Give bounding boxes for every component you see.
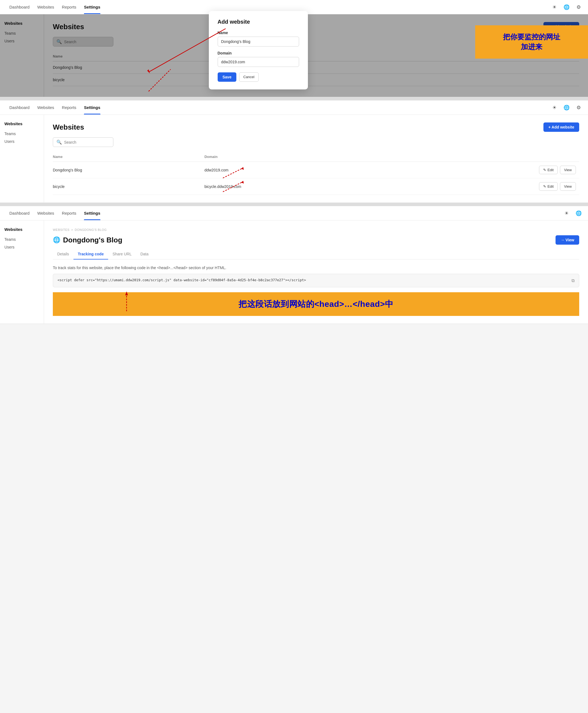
- layout-3: Websites Teams Users WEBSITES > DONGDONG…: [0, 221, 588, 323]
- breadcrumb: WEBSITES > DONGDONG'S BLOG: [53, 228, 579, 231]
- panel-3: Dashboard Websites Reports Settings ☀ 🌐 …: [0, 206, 588, 324]
- tab-details[interactable]: Details: [53, 249, 74, 259]
- sidebar-title-3: Websites: [4, 227, 39, 232]
- nav-settings-1[interactable]: Settings: [80, 0, 104, 14]
- main-2: Websites + Add website 🔍 Name Domain: [44, 115, 588, 203]
- edit-button-2b[interactable]: ✎ Edit: [539, 182, 558, 191]
- view-button-2a[interactable]: View: [560, 166, 576, 174]
- code-block: <script defer src="https://umami.ddw2019…: [53, 274, 579, 287]
- nav-reports-2[interactable]: Reports: [58, 101, 80, 114]
- layout-2: Websites Teams Users Websites + Add webs…: [0, 115, 588, 203]
- col-name-2: Name: [53, 152, 205, 162]
- sidebar-item-teams-3[interactable]: Teams: [4, 235, 39, 243]
- search-box-2: 🔍: [53, 137, 113, 147]
- sun-icon-2[interactable]: ☀: [551, 104, 558, 111]
- annotation-box-1: 把你要监控的网址 加进来: [475, 25, 588, 59]
- search-icon-2: 🔍: [57, 140, 62, 145]
- table-row-2a: Dongdong's Blog ddw2019.com ✎ Edit View: [53, 162, 579, 178]
- tracking-code: <script defer src="https://umami.ddw2019…: [58, 278, 569, 282]
- nav-settings-2[interactable]: Settings: [80, 101, 104, 114]
- websites-table-2: Name Domain Dongdong's Blog ddw2019.com …: [53, 152, 579, 195]
- annotation-box-3: 把这段话放到网站的<head>…</head>中: [53, 292, 579, 316]
- tab-data[interactable]: Data: [136, 249, 153, 259]
- nav-dashboard-3[interactable]: Dashboard: [5, 206, 33, 220]
- site-name-2b: bicycle: [53, 178, 205, 195]
- copy-icon[interactable]: ⧉: [571, 278, 574, 283]
- cancel-button[interactable]: Cancel: [239, 72, 258, 82]
- globe-icon-1[interactable]: 🌐: [563, 3, 570, 11]
- panel-1: Dashboard Websites Reports Settings ☀ 🌐 …: [0, 0, 588, 97]
- topnav-3: Dashboard Websites Reports Settings ☀ 🌐: [0, 206, 588, 221]
- nav-websites-1[interactable]: Websites: [33, 0, 58, 14]
- sidebar-3: Websites Teams Users: [0, 221, 44, 323]
- breadcrumb-site: DONGDONG'S BLOG: [75, 228, 107, 231]
- tabs-3: Details Tracking code Share URL Data: [53, 249, 579, 259]
- tab-share-url[interactable]: Share URL: [108, 249, 136, 259]
- modal-overlay-1: 把你要监控的网址 加进来 Add website Name Domain Sav…: [0, 14, 588, 97]
- add-website-button-2[interactable]: + Add website: [543, 123, 579, 132]
- edit-button-2a[interactable]: ✎ Edit: [539, 166, 558, 174]
- globe-icon-3[interactable]: 🌐: [575, 209, 583, 217]
- domain-input[interactable]: [218, 57, 299, 67]
- search-input-2[interactable]: [64, 140, 110, 145]
- col-domain-2: Domain: [205, 152, 392, 162]
- globe-icon-2[interactable]: 🌐: [563, 104, 570, 111]
- nav-websites-2[interactable]: Websites: [33, 101, 58, 114]
- name-label: Name: [218, 30, 299, 35]
- edit-icon-2a: ✎: [543, 168, 546, 172]
- topnav-2: Dashboard Websites Reports Settings ☀ 🌐 …: [0, 101, 588, 115]
- breadcrumb-sep: >: [71, 228, 73, 231]
- table-row-2b: bicycle bicycle.ddw2019.com ✎ Edit View: [53, 178, 579, 195]
- globe-site-icon: 🌐: [53, 236, 60, 244]
- section-title-2: Websites: [53, 123, 84, 131]
- domain-label: Domain: [218, 51, 299, 55]
- nav-settings-3[interactable]: Settings: [80, 206, 104, 220]
- sun-icon-1[interactable]: ☀: [551, 3, 558, 11]
- site-domain-2b: bicycle.ddw2019.com: [205, 178, 392, 195]
- gear-icon-1[interactable]: ⚙: [575, 3, 583, 11]
- edit-icon-2b: ✎: [543, 184, 546, 189]
- track-description: To track stats for this website, place t…: [53, 266, 579, 270]
- add-website-modal: Add website Name Domain Save Cancel: [209, 11, 308, 89]
- panel-2: Dashboard Websites Reports Settings ☀ 🌐 …: [0, 101, 588, 203]
- tab-tracking-code[interactable]: Tracking code: [74, 249, 108, 259]
- view-button-3[interactable]: → View: [555, 235, 579, 245]
- modal-title: Add website: [218, 19, 299, 25]
- nav-dashboard-1[interactable]: Dashboard: [5, 0, 33, 14]
- nav-dashboard-2[interactable]: Dashboard: [5, 101, 33, 114]
- nav-websites-3[interactable]: Websites: [33, 206, 58, 220]
- sidebar-2: Websites Teams Users: [0, 115, 44, 203]
- sidebar-item-teams-2[interactable]: Teams: [4, 130, 39, 138]
- view-button-2b[interactable]: View: [560, 182, 576, 191]
- sidebar-item-users-3[interactable]: Users: [4, 243, 39, 251]
- sidebar-item-users-2[interactable]: Users: [4, 138, 39, 145]
- sidebar-title-2: Websites: [4, 121, 39, 126]
- site-name-2a: Dongdong's Blog: [53, 162, 205, 178]
- sun-icon-3[interactable]: ☀: [563, 209, 570, 217]
- save-button[interactable]: Save: [218, 72, 237, 82]
- website-name-title: Dongdong's Blog: [63, 236, 122, 244]
- site-domain-2a: ddw2019.com: [205, 162, 392, 178]
- gear-icon-2[interactable]: ⚙: [575, 104, 583, 111]
- nav-reports-3[interactable]: Reports: [58, 206, 80, 220]
- nav-reports-1[interactable]: Reports: [58, 0, 80, 14]
- main-3: WEBSITES > DONGDONG'S BLOG 🌐 Dongdong's …: [44, 221, 588, 323]
- name-input[interactable]: [218, 37, 299, 46]
- breadcrumb-websites[interactable]: WEBSITES: [53, 228, 70, 231]
